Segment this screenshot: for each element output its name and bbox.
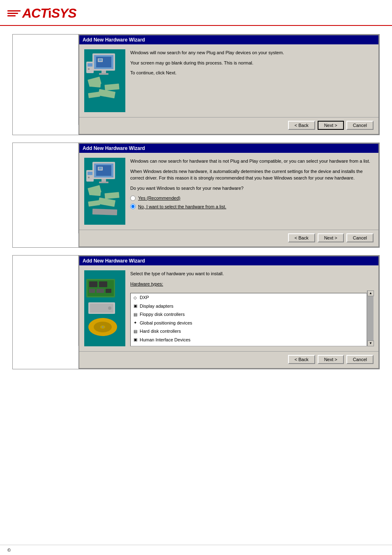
hw-item-icon-5: ▣ bbox=[132, 337, 138, 343]
wizard-2-titlebar: Add New Hardware Wizard bbox=[79, 144, 378, 153]
header: ACTiSYS bbox=[0, 0, 392, 26]
scroll-down-arrow[interactable]: ▼ bbox=[367, 341, 374, 346]
logo-lines bbox=[7, 10, 21, 16]
copyright-symbol: © bbox=[7, 548, 11, 553]
svg-rect-9 bbox=[88, 63, 92, 67]
hw-list-item-1[interactable]: ▣Display adapters bbox=[131, 302, 367, 311]
wizard-2-p1: Windows can now search for hardware that… bbox=[130, 158, 374, 165]
wizard-2-title: Add New Hardware Wizard bbox=[83, 145, 145, 151]
hw-item-icon-3: ✦ bbox=[132, 320, 138, 326]
wizard-2-row: Add New Hardware Wizard bbox=[12, 143, 380, 248]
wizard-1-row: Add New Hardware Wizard bbox=[12, 34, 380, 135]
hw-item-label-3: Global positioning devices bbox=[140, 320, 192, 327]
hw-list-item-3[interactable]: ✦Global positioning devices bbox=[131, 319, 367, 327]
hw-item-label-1: Display adapters bbox=[140, 303, 173, 310]
wizard-3-scrollbar[interactable]: ▲ ▼ bbox=[367, 290, 374, 346]
hw-item-icon-2: ▤ bbox=[132, 311, 138, 317]
svg-point-10 bbox=[88, 68, 90, 70]
main-content: Add New Hardware Wizard bbox=[0, 26, 392, 378]
wizard-1-dialog: Add New Hardware Wizard bbox=[78, 35, 379, 135]
svg-rect-28 bbox=[90, 190, 101, 196]
wizard-1-title: Add New Hardware Wizard bbox=[83, 37, 145, 43]
wizard-1-back-button[interactable]: < Back bbox=[288, 121, 315, 130]
wizard-1-body: Windows will now search for any new Plug… bbox=[79, 44, 378, 117]
wizard-3-hw-list[interactable]: ◇DXP▣Display adapters▤Floppy disk contro… bbox=[130, 293, 367, 346]
wizard-2-next-button[interactable]: Next > bbox=[318, 233, 344, 242]
wizard-1-buttons: < Back Next > Cancel bbox=[79, 117, 378, 134]
hw-item-icon-4: ▤ bbox=[132, 328, 138, 334]
wizard-1-illustration bbox=[84, 49, 125, 111]
wizard-3-list-container: ◇DXP▣Display adapters▤Floppy disk contro… bbox=[130, 290, 374, 346]
wizard-2-image bbox=[84, 158, 125, 225]
wizard-3-body: Select the type of hardware you want to … bbox=[79, 265, 378, 351]
svg-rect-39 bbox=[97, 289, 104, 293]
wizard-1-next-button[interactable]: Next > bbox=[318, 121, 344, 130]
svg-rect-22 bbox=[101, 179, 106, 182]
wizard-2-p2: When Windows detects new hardware, it au… bbox=[130, 168, 374, 182]
svg-rect-7 bbox=[99, 73, 108, 75]
logo: ACTiSYS bbox=[7, 6, 385, 21]
scroll-track bbox=[367, 296, 374, 341]
footer: © bbox=[0, 545, 392, 555]
hw-item-icon-1: ▣ bbox=[132, 303, 138, 309]
wizard-3-next-button[interactable]: Next > bbox=[318, 355, 344, 364]
wizard-2-radio-group: Yes (Recommended) No, I want to select t… bbox=[130, 195, 374, 210]
hw-item-label-0: DXP bbox=[140, 294, 149, 301]
hw-item-icon-6: ▤ bbox=[132, 345, 138, 346]
hw-list-item-4[interactable]: ▤Hard disk controllers bbox=[131, 327, 367, 336]
wizard-1-p1: Windows will now search for any new Plug… bbox=[130, 49, 374, 56]
hw-list-item-0[interactable]: ◇DXP bbox=[131, 293, 367, 302]
svg-rect-32 bbox=[92, 209, 117, 215]
wizard-2-radio-no[interactable] bbox=[130, 204, 136, 209]
wizard-2-radio-no-label[interactable]: No, I want to select the hardware from a… bbox=[130, 203, 374, 210]
svg-rect-23 bbox=[99, 182, 108, 183]
wizard-2-dialog: Add New Hardware Wizard bbox=[78, 143, 379, 247]
wizard-3-cancel-button[interactable]: Cancel bbox=[346, 355, 374, 364]
wizard-3-intro: Select the type of hardware you want to … bbox=[130, 270, 374, 277]
svg-point-47 bbox=[102, 326, 104, 328]
svg-rect-6 bbox=[101, 71, 106, 73]
hw-item-label-5: Human Interface Devices bbox=[140, 336, 191, 343]
svg-rect-21 bbox=[99, 167, 102, 170]
hw-list-item-6[interactable]: ▤Imaging Device bbox=[131, 344, 367, 346]
svg-rect-36 bbox=[89, 281, 97, 287]
svg-point-43 bbox=[108, 306, 111, 310]
wizard-3-left-panel bbox=[13, 256, 78, 346]
scroll-up-arrow[interactable]: ▲ bbox=[367, 290, 374, 296]
logo-text: ACTiSYS bbox=[22, 6, 76, 21]
wizard-3-list-label: Hardware types: bbox=[130, 281, 374, 288]
svg-rect-25 bbox=[88, 172, 92, 175]
hw-list-item-5[interactable]: ▣Human Interface Devices bbox=[131, 336, 367, 344]
wizard-2-illustration bbox=[84, 158, 125, 223]
wizard-3-illustration bbox=[84, 276, 125, 341]
logo-line-2 bbox=[7, 13, 18, 14]
svg-rect-12 bbox=[90, 82, 101, 88]
svg-rect-37 bbox=[99, 281, 107, 287]
svg-rect-40 bbox=[106, 289, 111, 293]
hw-list-item-2[interactable]: ▤Floppy disk controllers bbox=[131, 310, 367, 319]
wizard-3-buttons: < Back Next > Cancel bbox=[79, 351, 378, 368]
wizard-2-body: Windows can now search for hardware that… bbox=[79, 153, 378, 230]
wizard-2-radio-yes[interactable] bbox=[130, 196, 136, 201]
wizard-2-radio-yes-text: Yes (Recommended) bbox=[138, 195, 180, 202]
wizard-1-p2: Your screen may go blank during this pro… bbox=[130, 60, 374, 67]
svg-rect-38 bbox=[89, 289, 95, 293]
wizard-2-p3: Do you want Windows to search for your n… bbox=[130, 185, 374, 192]
wizard-1-cancel-button[interactable]: Cancel bbox=[346, 121, 374, 130]
wizard-1-left-panel bbox=[13, 35, 78, 125]
wizard-2-back-button[interactable]: < Back bbox=[288, 233, 315, 242]
wizard-3-row: Add New Hardware Wizard bbox=[12, 255, 380, 369]
wizard-2-cancel-button[interactable]: Cancel bbox=[346, 233, 374, 242]
wizard-1-text: Windows will now search for any new Plug… bbox=[130, 49, 374, 112]
wizard-2-radio-yes-label[interactable]: Yes (Recommended) bbox=[130, 195, 374, 202]
wizard-3-back-button[interactable]: < Back bbox=[288, 355, 315, 364]
wizard-1-p3: To continue, click Next. bbox=[130, 69, 374, 76]
wizard-2-text: Windows can now search for hardware that… bbox=[130, 158, 374, 225]
wizard-1-image bbox=[84, 49, 125, 112]
hw-item-label-6: Imaging Device bbox=[140, 345, 171, 346]
wizard-3-titlebar: Add New Hardware Wizard bbox=[79, 256, 378, 265]
wizard-2-radio-no-text: No, I want to select the hardware from a… bbox=[138, 203, 226, 210]
logo-line-1 bbox=[7, 10, 21, 12]
logo-line-3 bbox=[7, 15, 16, 16]
wizard-3-text: Select the type of hardware you want to … bbox=[130, 270, 374, 346]
